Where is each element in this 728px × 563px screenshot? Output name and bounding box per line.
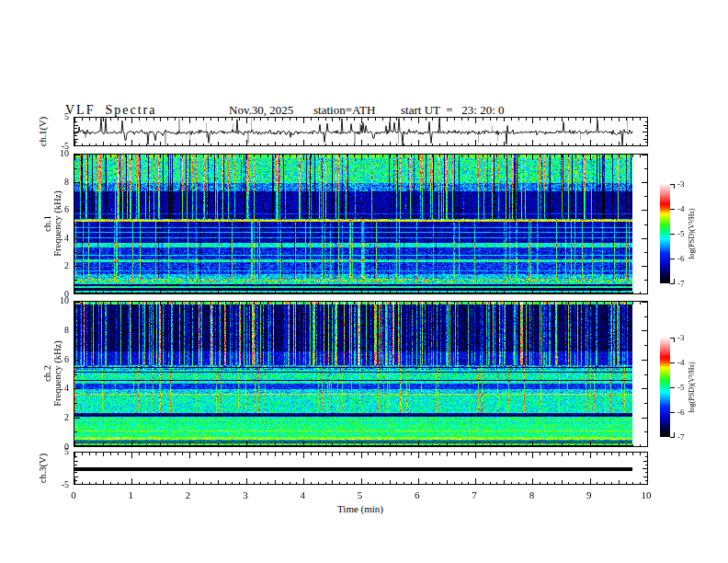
tick-mark — [490, 444, 491, 447]
tick-mark — [490, 144, 491, 146]
tick-mark — [375, 292, 376, 294]
tick-mark — [532, 118, 533, 123]
tick-mark — [554, 302, 555, 304]
tick-mark — [239, 453, 240, 455]
tick-mark — [254, 444, 255, 447]
tick-mark — [504, 480, 505, 484]
tick-mark — [644, 224, 647, 225]
y-tick-label: 10 — [49, 296, 69, 305]
tick-mark — [110, 302, 111, 304]
tick-mark — [139, 144, 140, 146]
tick-mark — [267, 118, 268, 121]
tick-mark — [562, 302, 563, 305]
tick-mark — [483, 482, 483, 485]
tick-mark — [590, 288, 591, 293]
tick-mark — [643, 125, 647, 126]
tick-mark — [411, 292, 412, 294]
tick-mark — [74, 238, 80, 239]
x-tick-label: 8 — [529, 489, 535, 500]
tick-mark — [626, 482, 627, 485]
tick-mark — [118, 155, 119, 157]
tick-mark — [96, 453, 97, 455]
ch2-spectrogram-canvas — [74, 302, 647, 446]
tick-mark — [260, 118, 261, 121]
tick-mark — [296, 482, 297, 485]
tick-mark — [74, 196, 77, 197]
tick-mark — [583, 155, 584, 157]
colorbar-tick-label: -4 — [677, 205, 685, 213]
tick-mark — [511, 453, 512, 455]
tick-mark — [332, 480, 333, 484]
tick-mark — [504, 442, 505, 446]
tick-mark — [275, 442, 276, 446]
tick-mark — [611, 155, 612, 157]
tick-mark — [354, 292, 355, 294]
tick-mark — [225, 453, 226, 455]
tick-mark — [575, 444, 576, 447]
tick-mark — [454, 292, 455, 294]
tick-mark — [518, 292, 519, 294]
tick-mark — [218, 142, 219, 145]
tick-mark — [619, 453, 620, 456]
tick-mark — [483, 155, 483, 157]
tick-mark — [347, 292, 347, 294]
tick-mark — [632, 453, 633, 455]
tick-mark — [568, 118, 569, 121]
tick-mark — [461, 144, 462, 146]
tick-mark — [496, 292, 497, 294]
tick-mark — [604, 302, 605, 304]
tick-mark — [511, 302, 512, 304]
tick-mark — [368, 302, 369, 304]
tick-mark — [260, 144, 261, 146]
tick-mark — [139, 444, 140, 447]
tick-mark — [347, 482, 347, 485]
tick-mark — [125, 118, 126, 121]
tick-mark — [347, 118, 347, 121]
tick-mark — [210, 444, 211, 447]
tick-mark — [532, 441, 533, 446]
tick-mark — [218, 118, 219, 121]
tick-mark — [532, 155, 533, 160]
tick-mark — [246, 441, 247, 446]
tick-mark — [354, 482, 355, 485]
tick-mark — [318, 155, 319, 157]
tick-mark — [554, 444, 555, 447]
tick-mark — [154, 118, 154, 121]
page-title: VLF Spectra — [65, 103, 156, 118]
tick-mark — [325, 155, 326, 157]
tick-mark — [382, 302, 383, 304]
tick-mark — [267, 302, 268, 304]
tick-mark — [267, 482, 268, 485]
tick-mark — [74, 431, 77, 432]
tick-mark — [432, 144, 433, 146]
tick-mark — [532, 453, 533, 458]
tick-mark — [118, 453, 119, 455]
tick-mark — [74, 155, 80, 155]
tick-mark — [82, 144, 83, 146]
tick-mark — [368, 144, 369, 146]
colorbar-tick-label: -5 — [677, 230, 685, 238]
tick-mark — [361, 140, 362, 145]
tick-mark — [626, 292, 627, 294]
tick-mark — [254, 155, 255, 157]
tick-mark — [296, 292, 297, 294]
tick-mark — [74, 316, 77, 317]
tick-mark — [583, 302, 584, 304]
tick-mark — [645, 121, 648, 122]
tick-mark — [218, 453, 219, 456]
tick-mark — [590, 478, 591, 484]
tick-mark — [404, 155, 404, 157]
tick-mark — [568, 482, 569, 485]
tick-mark — [504, 142, 505, 145]
date-label: Nov.30, 2025 — [229, 103, 293, 118]
tick-mark — [82, 155, 83, 157]
tick-mark — [74, 140, 75, 145]
tick-mark — [647, 118, 648, 123]
tick-mark — [540, 444, 540, 447]
tick-mark — [74, 468, 79, 469]
tick-mark — [547, 292, 548, 294]
x-tick-label: 0 — [71, 489, 76, 500]
tick-mark — [74, 125, 78, 126]
tick-mark — [303, 118, 304, 123]
tick-mark — [411, 444, 412, 447]
